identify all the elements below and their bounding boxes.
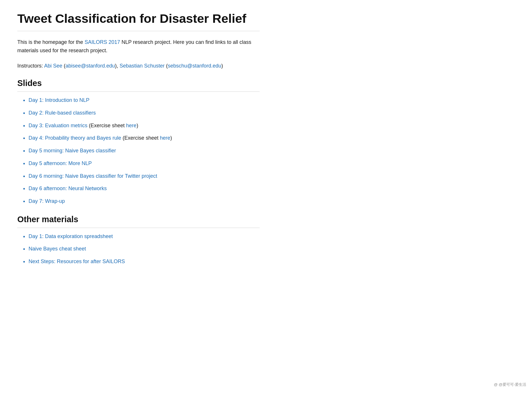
slides-heading: Slides [17,78,260,92]
list-item: Day 3: Evaluation metrics (Exercise shee… [23,122,260,130]
list-item: Day 6 morning: Naive Bayes classifier fo… [23,172,260,181]
intro-paragraph: This is the homepage for the SAILORS 201… [17,38,260,55]
list-item: Naive Bayes cheat sheet [23,245,260,254]
slides-day6a-link[interactable]: Day 6 afternoon: Neural Networks [29,185,107,192]
page-title: Tweet Classification for Disaster Relief [17,12,260,31]
list-item: Day 1: Introduction to NLP [23,96,260,105]
instructor1-email-link[interactable]: abisee@stanford.edu [65,63,115,69]
list-item: Day 2: Rule-based classifiers [23,109,260,118]
slides-day4-extra: (Exercise sheet here) [121,134,172,142]
slides-day7-link[interactable]: Day 7: Wrap-up [29,197,65,205]
slides-day1-link[interactable]: Day 1: Introduction to NLP [29,96,89,104]
list-item: Day 1: Data exploration spreadsheet [23,233,260,241]
instructor1-name-link[interactable]: Abi See [44,63,62,69]
list-item: Day 4: Probability theory and Bayes rule… [23,134,260,143]
slides-day3-link[interactable]: Day 3: Evaluation metrics [29,122,87,130]
other-naive-bayes-link[interactable]: Naive Bayes cheat sheet [29,245,86,253]
list-item: Day 6 afternoon: Neural Networks [23,185,260,193]
slides-day5m-link[interactable]: Day 5 morning: Naive Bayes classifier [29,147,116,155]
instructor2-name-link[interactable]: Sebastian Schuster [119,63,164,69]
slides-day2-link[interactable]: Day 2: Rule-based classifiers [29,109,96,117]
slides-list: Day 1: Introduction to NLP Day 2: Rule-b… [23,96,260,206]
intro-text-before: This is the homepage for the [17,39,85,45]
other-materials-heading: Other materials [17,215,260,228]
slides-day4-link[interactable]: Day 4: Probability theory and Bayes rule [29,134,121,142]
instructors-label: Instructors: [17,63,44,69]
slides-day5a-link[interactable]: Day 5 afternoon: More NLP [29,160,92,167]
list-item: Day 7: Wrap-up [23,197,260,206]
other-day1-link[interactable]: Day 1: Data exploration spreadsheet [29,233,113,240]
slides-day3-here-link[interactable]: here [126,123,136,128]
other-next-steps-link[interactable]: Next Steps: Resources for after SAILORS [29,258,125,265]
list-item: Day 5 morning: Naive Bayes classifier [23,147,260,156]
slides-day3-extra: (Exercise sheet here) [87,122,138,130]
sailors-2017-link[interactable]: SAILORS 2017 [85,39,120,45]
slides-day4-here-link[interactable]: here [160,135,170,141]
other-materials-list: Day 1: Data exploration spreadsheet Naiv… [23,233,260,266]
list-item: Day 5 afternoon: More NLP [23,160,260,168]
slides-day6m-link[interactable]: Day 6 morning: Naive Bayes classifier fo… [29,172,157,180]
instructor2-email-link[interactable]: sebschu@stanford.edu [168,63,221,69]
list-item: Next Steps: Resources for after SAILORS [23,258,260,266]
instructors-paragraph: Instructors: Abi See (abisee@stanford.ed… [17,62,260,70]
